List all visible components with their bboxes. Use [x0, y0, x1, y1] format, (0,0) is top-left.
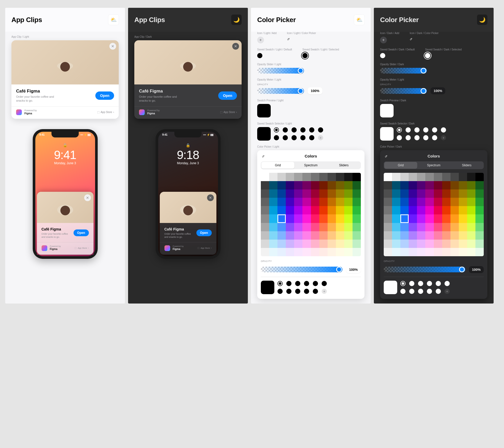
color-cell[interactable]: [467, 181, 475, 189]
color-cell[interactable]: [475, 181, 484, 189]
color-cell[interactable]: [286, 248, 294, 256]
color-cell[interactable]: [475, 198, 484, 206]
color-cell[interactable]: [475, 223, 484, 231]
color-cell[interactable]: [409, 223, 417, 231]
swatch-dot[interactable]: [291, 135, 297, 140]
color-cell[interactable]: [277, 240, 286, 248]
color-cell[interactable]: [392, 181, 400, 189]
color-cell[interactable]: [311, 189, 319, 198]
app-store-link[interactable]: ⬚ App Store ›: [197, 247, 211, 249]
color-cell[interactable]: [442, 248, 450, 256]
color-cell[interactable]: [269, 206, 277, 214]
color-cell[interactable]: [467, 173, 475, 181]
color-cell[interactable]: [409, 198, 417, 206]
color-cell[interactable]: [319, 214, 328, 223]
swatch-dot[interactable]: [445, 281, 450, 286]
color-cell[interactable]: [450, 248, 459, 256]
color-cell[interactable]: [328, 181, 336, 189]
color-grid[interactable]: [384, 173, 484, 256]
color-cell[interactable]: [475, 173, 484, 181]
color-cell[interactable]: [417, 189, 425, 198]
swatch-dot[interactable]: [277, 289, 283, 294]
color-cell[interactable]: [392, 248, 400, 256]
color-cell[interactable]: [286, 214, 294, 223]
color-cell[interactable]: [311, 231, 319, 240]
color-cell[interactable]: [409, 231, 417, 240]
color-cell[interactable]: [286, 181, 294, 189]
color-cell[interactable]: [450, 181, 459, 189]
color-cell[interactable]: [467, 206, 475, 214]
open-button[interactable]: Open: [74, 229, 89, 236]
color-cell[interactable]: [392, 206, 400, 214]
color-cell[interactable]: [319, 223, 328, 231]
color-cell[interactable]: [344, 206, 353, 214]
color-cell[interactable]: [417, 206, 425, 214]
close-icon[interactable]: ✕: [232, 43, 239, 50]
slider-thumb[interactable]: [336, 267, 342, 272]
color-cell[interactable]: [459, 231, 467, 240]
swatch-dot[interactable]: [418, 289, 423, 294]
color-cell[interactable]: [467, 248, 475, 256]
slider-thumb[interactable]: [459, 267, 465, 272]
color-cell[interactable]: [294, 206, 302, 214]
color-cell[interactable]: [425, 240, 434, 248]
color-cell[interactable]: [442, 214, 450, 223]
color-cell[interactable]: [442, 231, 450, 240]
color-cell[interactable]: [384, 248, 392, 256]
color-cell[interactable]: [467, 198, 475, 206]
color-cell[interactable]: [417, 181, 425, 189]
color-cell[interactable]: [344, 240, 353, 248]
color-cell[interactable]: [294, 223, 302, 231]
color-cell[interactable]: [294, 248, 302, 256]
color-cell[interactable]: [409, 206, 417, 214]
slider-thumb[interactable]: [421, 68, 426, 74]
color-cell[interactable]: [459, 206, 467, 214]
color-cell[interactable]: [302, 173, 311, 181]
swatch-dot[interactable]: [409, 289, 414, 294]
color-cell[interactable]: [434, 223, 442, 231]
color-cell[interactable]: [400, 181, 409, 189]
color-cell[interactable]: [269, 214, 277, 223]
color-cell[interactable]: [442, 223, 450, 231]
color-cell[interactable]: [442, 189, 450, 198]
color-cell[interactable]: [319, 206, 328, 214]
swatch-dot[interactable]: [441, 127, 446, 133]
close-icon[interactable]: ✕: [207, 194, 214, 201]
color-cell[interactable]: [302, 240, 311, 248]
color-cell[interactable]: [384, 173, 392, 181]
tab-sliders[interactable]: Sliders: [450, 162, 483, 169]
color-cell[interactable]: [328, 248, 336, 256]
swatch-dot[interactable]: [406, 127, 411, 133]
color-cell[interactable]: [400, 206, 409, 214]
color-cell[interactable]: [302, 214, 311, 223]
open-button[interactable]: Open: [218, 91, 237, 100]
tab-grid[interactable]: Grid: [384, 162, 417, 169]
color-cell[interactable]: [302, 181, 311, 189]
color-cell[interactable]: [392, 189, 400, 198]
color-cell[interactable]: [425, 181, 434, 189]
color-cell[interactable]: [475, 189, 484, 198]
swatch-dot[interactable]: [432, 127, 437, 133]
color-cell[interactable]: [450, 231, 459, 240]
color-cell[interactable]: [425, 206, 434, 214]
swatch-dot-selected[interactable]: [274, 127, 279, 133]
color-cell[interactable]: [450, 173, 459, 181]
color-cell[interactable]: [392, 214, 400, 223]
swatch-dot[interactable]: [283, 135, 288, 140]
color-cell[interactable]: [467, 240, 475, 248]
swatch-dot[interactable]: [436, 289, 441, 294]
swatch-dot[interactable]: [427, 289, 432, 294]
color-cell[interactable]: [302, 189, 311, 198]
color-cell[interactable]: [344, 248, 353, 256]
color-cell[interactable]: [459, 189, 467, 198]
add-swatch-icon[interactable]: +: [318, 135, 323, 140]
color-cell[interactable]: [417, 231, 425, 240]
swatch-dot[interactable]: [286, 289, 291, 294]
color-cell[interactable]: [459, 240, 467, 248]
swatch-dot[interactable]: [423, 135, 428, 140]
color-cell[interactable]: [294, 181, 302, 189]
color-cell[interactable]: [261, 248, 269, 256]
eyedropper-icon[interactable]: ✑: [409, 36, 414, 42]
color-cell[interactable]: [475, 231, 484, 240]
color-cell[interactable]: [459, 214, 467, 223]
